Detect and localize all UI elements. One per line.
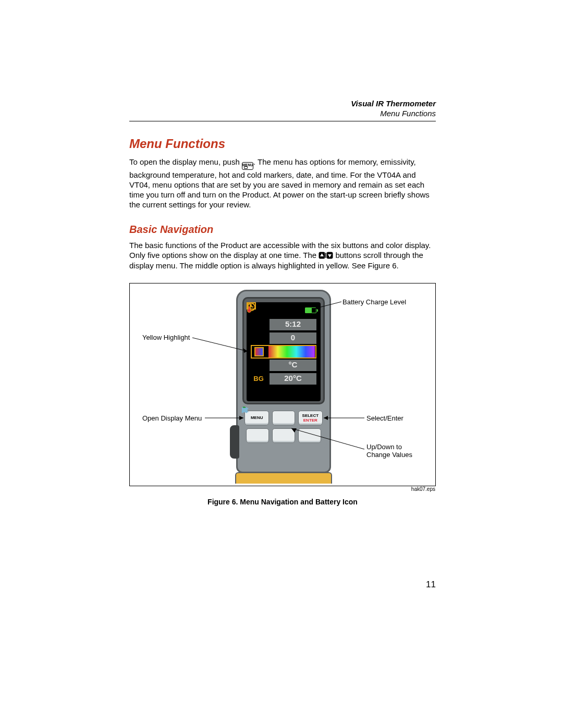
- right-arrow-icon: [240, 406, 249, 414]
- callout-select-enter: Select/Enter: [366, 414, 403, 423]
- nav-paragraph: The basic functions of the Product are a…: [129, 240, 436, 270]
- grip: [230, 425, 239, 459]
- running-head: Visual IR Thermometer Menu Functions: [129, 99, 436, 121]
- callout-yellow-highlight: Yellow Highlight: [142, 334, 190, 342]
- menu-power-button-icon: MENU: [242, 162, 253, 170]
- svg-marker-19: [242, 407, 248, 413]
- running-head-title: Visual IR Thermometer: [129, 99, 436, 109]
- svg-rect-13: [249, 306, 250, 310]
- up-button[interactable]: [272, 411, 295, 425]
- enter-label: ENTER: [303, 418, 317, 423]
- callout-battery: Battery Charge Level: [342, 298, 406, 306]
- menu-row-unit: °C: [251, 359, 316, 372]
- eps-filename: hak07.eps: [411, 486, 435, 493]
- device-base: [235, 472, 332, 484]
- down-button[interactable]: [272, 428, 295, 443]
- menu-row-memory: 0: [251, 331, 316, 345]
- menu-row-bg: BG 20°C: [251, 372, 316, 386]
- menu-val-time: 5:12: [270, 319, 316, 330]
- menu-row-palette-selected: [251, 345, 316, 359]
- select-enter-button[interactable]: SELECT ENTER: [298, 411, 323, 425]
- palette-gradient: [268, 346, 315, 357]
- up-down-buttons-icon: [319, 252, 333, 259]
- menu-val-bg: 20°C: [270, 373, 316, 385]
- running-head-subtitle: Menu Functions: [129, 109, 436, 119]
- subsection-heading: Basic Navigation: [129, 223, 436, 236]
- intro-text-a: To open the display menu, push: [129, 157, 242, 166]
- battery-icon: [305, 307, 316, 313]
- right-button[interactable]: [298, 428, 321, 443]
- callout-open-menu: Open Display Menu: [142, 414, 202, 423]
- page-number: 11: [426, 579, 436, 590]
- menu-row-time: 5:12: [251, 318, 316, 331]
- device-screen: 5:12 0: [247, 302, 321, 401]
- menu-list: 5:12 0: [251, 318, 316, 386]
- bg-label: BG: [251, 375, 266, 383]
- figure-6: 5:12 0: [129, 283, 436, 486]
- callout-up-down: Up/Down to Change Values: [366, 443, 412, 459]
- left-button[interactable]: [246, 428, 269, 443]
- menu-val-unit: °C: [270, 360, 316, 371]
- palette-icon: [254, 347, 264, 356]
- section-heading: Menu Functions: [129, 136, 436, 152]
- button-pad: MENU SELECT ENTER: [240, 406, 327, 448]
- figure-caption: Figure 6. Menu Navigation and Battery Ic…: [129, 498, 436, 507]
- menu-val-count: 0: [270, 332, 316, 344]
- menu-button-label: MENU: [251, 415, 263, 421]
- intro-paragraph: To open the display menu, push MENU. The…: [129, 157, 436, 210]
- device-illustration: 5:12 0: [229, 287, 338, 484]
